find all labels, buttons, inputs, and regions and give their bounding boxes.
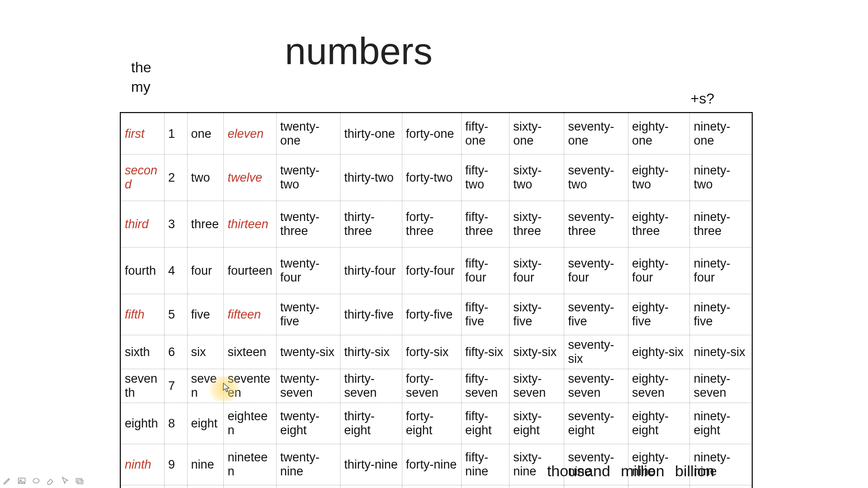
presentation-toolbar xyxy=(3,476,84,485)
table-cell: thirty-two xyxy=(340,155,402,201)
table-cell: ninety-six xyxy=(690,335,752,369)
table-cell: seventeen xyxy=(224,369,276,403)
table-cell: 10 xyxy=(165,485,188,488)
table-cell: twenty-eight xyxy=(276,403,340,444)
table-row: eighth8eighteighteentwenty-eightthirty-e… xyxy=(121,403,752,444)
table-cell: forty-six xyxy=(402,335,461,369)
article-word: my xyxy=(131,77,151,97)
article-words: the my xyxy=(131,58,151,97)
table-cell: nineteen xyxy=(224,444,276,485)
shape-icon[interactable] xyxy=(32,476,41,485)
table-cell: forty-seven xyxy=(402,369,461,403)
table-cell: forty-two xyxy=(402,155,461,201)
table-cell: thirty-six xyxy=(340,335,402,369)
table-cell: eighty-eight xyxy=(628,403,690,444)
table-cell: ninety-five xyxy=(690,294,752,335)
table-cell: forty-four xyxy=(402,248,461,294)
table-cell: two xyxy=(187,155,224,201)
table-cell: thirty-five xyxy=(340,294,402,335)
table-cell: thirty-eight xyxy=(340,403,402,444)
table-cell: twenty-nine xyxy=(276,444,340,485)
table-cell: seventy-four xyxy=(564,248,628,294)
table-cell: 8 xyxy=(165,403,188,444)
table-cell: fifty-three xyxy=(462,201,509,248)
table-cell: twenty-three xyxy=(276,201,340,248)
table-cell: seventy-five xyxy=(564,294,628,335)
table-cell: three xyxy=(187,201,224,248)
table-row: fourth4fourfourteentwenty-fourthirty-fou… xyxy=(121,248,752,294)
table-cell: eighteen xyxy=(224,403,276,444)
table-cell: third xyxy=(121,201,165,248)
table-cell: eighty-five xyxy=(628,294,690,335)
table-cell: fourth xyxy=(121,248,165,294)
table-cell: thirty xyxy=(276,485,340,488)
table-cell: fifty-nine xyxy=(462,444,509,485)
table-cell: eighty-three xyxy=(628,201,690,248)
table-cell: hundred xyxy=(690,485,752,488)
table-cell: seventy-six xyxy=(564,335,628,369)
table-cell: seventy-three xyxy=(564,201,628,248)
table-cell: one xyxy=(187,113,224,155)
table-cell: thirty-one xyxy=(340,113,402,155)
table-cell: fifty-four xyxy=(462,248,509,294)
table-cell: 6 xyxy=(165,335,188,369)
table-cell: sixty-two xyxy=(509,155,564,201)
table-cell: sixty-one xyxy=(509,113,564,155)
table-cell: seventh xyxy=(121,369,165,403)
svg-rect-3 xyxy=(76,479,82,482)
table-cell: thirty-nine xyxy=(340,444,402,485)
pointer-icon[interactable] xyxy=(61,476,70,485)
table-cell: thirty-three xyxy=(340,201,402,248)
table-cell: seven xyxy=(187,369,224,403)
table-cell: forty-eight xyxy=(402,403,461,444)
table-cell: sixty xyxy=(462,485,509,488)
table-cell: seventy-eight xyxy=(564,403,628,444)
table-cell: fifty-two xyxy=(462,155,509,201)
table-cell: twenty-four xyxy=(276,248,340,294)
article-word: the xyxy=(131,58,151,77)
table-cell: ninety-eight xyxy=(690,403,752,444)
plural-question-label: +s? xyxy=(691,90,714,107)
slides-icon[interactable] xyxy=(75,476,84,485)
table-cell: eighty-seven xyxy=(628,369,690,403)
table-cell: sixty-five xyxy=(509,294,564,335)
table-cell: twenty-two xyxy=(276,155,340,201)
page-title: numbers xyxy=(285,29,433,73)
svg-point-2 xyxy=(33,479,39,483)
table-cell: sixty-six xyxy=(509,335,564,369)
table-cell: six xyxy=(187,335,224,369)
eraser-icon[interactable] xyxy=(46,476,55,485)
table-row: third3threethirteentwenty-threethirty-th… xyxy=(121,201,752,248)
table-cell: thirty-seven xyxy=(340,369,402,403)
table-cell: 5 xyxy=(165,294,188,335)
table-cell: five xyxy=(187,294,224,335)
table-cell: 4 xyxy=(165,248,188,294)
table-cell: 2 xyxy=(165,155,188,201)
table-cell: 1 xyxy=(165,113,188,155)
table-cell: fifty-five xyxy=(462,294,509,335)
table-cell: eighth xyxy=(121,403,165,444)
table-cell: seventy xyxy=(509,485,564,488)
table-cell: sixty-seven xyxy=(509,369,564,403)
table-cell: forty-five xyxy=(402,294,461,335)
table-cell: eighty-two xyxy=(628,155,690,201)
numbers-table-container: first1oneeleventwenty-onethirty-oneforty… xyxy=(120,112,753,488)
table-cell: fifth xyxy=(121,294,165,335)
table-cell: second xyxy=(121,155,165,201)
table-cell: eight xyxy=(187,403,224,444)
image-icon[interactable] xyxy=(17,476,26,485)
table-cell: ninety-one xyxy=(690,113,752,155)
table-cell: fifty-six xyxy=(462,335,509,369)
table-cell: ninety xyxy=(628,485,690,488)
table-cell: seventy-two xyxy=(564,155,628,201)
table-cell: ninth xyxy=(121,444,165,485)
table-cell: ninety-two xyxy=(690,155,752,201)
table-cell: forty-one xyxy=(402,113,461,155)
table-cell: ten xyxy=(187,485,224,488)
table-cell: twenty xyxy=(224,485,276,488)
table-cell: first xyxy=(121,113,165,155)
pen-icon[interactable] xyxy=(3,476,12,485)
table-row: tenth10tentwentythirtyfortyfiftysixtysev… xyxy=(121,485,752,488)
table-cell: eighty-four xyxy=(628,248,690,294)
table-cell: seventy-one xyxy=(564,113,628,155)
